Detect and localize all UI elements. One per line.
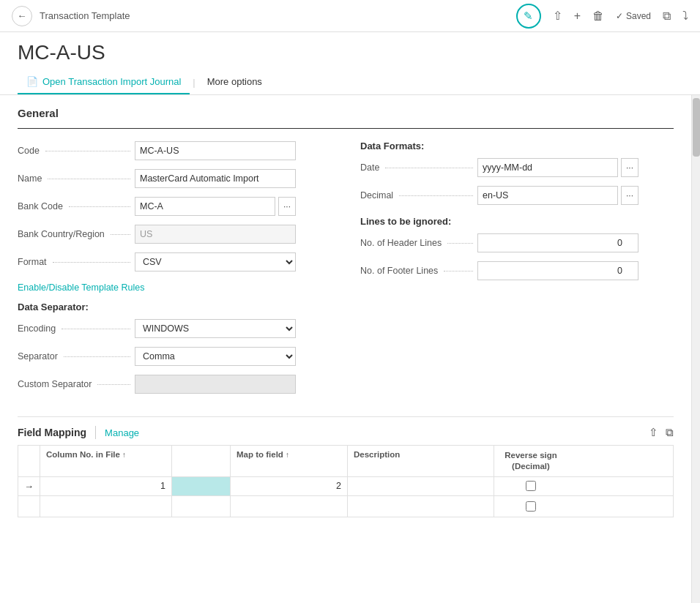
tab-more-options[interactable]: More options [198, 70, 271, 94]
row1-column-no: 1 [40, 477, 172, 495]
format-select[interactable]: CSV Excel Fixed Width [135, 252, 296, 271]
bank-country-row: Bank Country/Region [18, 224, 331, 244]
row1-map-to-field: 2 [231, 477, 348, 495]
separator-row: Separator Comma Semicolon Tab Custom [18, 346, 331, 367]
decimal-control: ··· [477, 186, 638, 205]
delete-button[interactable]: 🗑 [592, 10, 604, 23]
bank-code-row: Bank Code ··· [18, 196, 331, 217]
code-input[interactable] [135, 141, 296, 160]
row1-highlight [172, 477, 231, 495]
form-left: Code Name Bank Code [18, 141, 331, 402]
field-mapping-table: Column No. in File ↑ Map to field ↑ Desc… [18, 445, 674, 517]
tab-journal[interactable]: 📄 Open Transaction Import Journal [18, 70, 190, 94]
form-right: Data Formats: Date ··· Decimal [360, 141, 674, 402]
bank-code-input[interactable] [135, 197, 275, 216]
row1-description [348, 477, 494, 495]
expand-icon: ⧉ [663, 10, 671, 23]
top-bar-title: Transaction Template [40, 10, 516, 21]
row2-reverse-sign-checkbox[interactable] [526, 501, 536, 512]
encoding-control: WINDOWS UTF-8 ASCII [135, 319, 296, 338]
code-label: Code [18, 146, 135, 156]
add-icon: + [574, 10, 581, 23]
footer-lines-input[interactable] [477, 261, 638, 280]
fullscreen-button[interactable]: ⤵ [682, 10, 688, 23]
field-mapping-divider [95, 426, 96, 439]
field-mapping-actions: ⇧ ⧉ [649, 426, 674, 439]
data-separator-title: Data Separator: [18, 302, 331, 312]
expand-table-icon[interactable]: ⧉ [666, 426, 674, 439]
bank-country-input [135, 225, 296, 244]
custom-separator-control [135, 375, 296, 394]
format-control: CSV Excel Fixed Width [135, 252, 296, 271]
table-row: → 1 2 [18, 477, 673, 496]
journal-tab-icon: 📄 [26, 76, 38, 87]
code-control [135, 141, 296, 160]
field-mapping-section: Field Mapping Manage ⇧ ⧉ Column No. in F… [18, 416, 674, 517]
date-control: ··· [477, 158, 638, 177]
custom-separator-input[interactable] [135, 375, 296, 394]
row2-description [348, 496, 494, 517]
row1-reverse-sign [494, 477, 567, 495]
scrollbar-track[interactable] [691, 95, 700, 603]
export-icon[interactable]: ⇧ [649, 426, 658, 439]
saved-status: ✓ Saved [616, 11, 651, 21]
header-lines-input[interactable] [477, 233, 638, 252]
edit-button[interactable]: ✎ [516, 4, 541, 29]
scrollbar-thumb[interactable] [693, 98, 700, 157]
add-button[interactable]: + [574, 10, 581, 23]
separator-control: Comma Semicolon Tab Custom [135, 347, 296, 366]
decimal-row: Decimal ··· [360, 185, 674, 206]
bank-country-label: Bank Country/Region [18, 229, 135, 239]
map-field-sort-icon: ↑ [286, 451, 289, 459]
encoding-row: Encoding WINDOWS UTF-8 ASCII [18, 318, 331, 339]
lines-ignored-title: Lines to be ignored: [360, 216, 674, 227]
enable-disable-container: Enable/Disable Template Rules [18, 280, 331, 293]
row1-reverse-sign-checkbox[interactable] [526, 481, 536, 491]
row1-arrow: → [18, 477, 40, 495]
share-button[interactable]: ⇧ [553, 9, 562, 23]
col-arrow [18, 446, 40, 476]
top-bar-actions: ✎ ⇧ + 🗑 ✓ Saved ⧉ ⤵ [516, 4, 688, 29]
bank-code-control: ··· [135, 197, 296, 216]
bank-code-label: Bank Code [18, 201, 135, 211]
back-button[interactable]: ← [12, 6, 32, 26]
header-lines-row: No. of Header Lines [360, 233, 674, 253]
name-label: Name [18, 173, 135, 184]
header-lines-control [477, 233, 638, 252]
expand-button[interactable]: ⧉ [663, 10, 671, 23]
date-input[interactable] [477, 158, 618, 177]
share-icon: ⇧ [553, 9, 562, 23]
col-map-to-field[interactable]: Map to field ↑ [231, 446, 348, 476]
decimal-label: Decimal [360, 190, 477, 201]
decimal-lookup-button[interactable]: ··· [621, 186, 638, 205]
encoding-select[interactable]: WINDOWS UTF-8 ASCII [135, 319, 296, 338]
code-row: Code [18, 141, 331, 161]
bank-country-control [135, 225, 296, 244]
date-label: Date [360, 162, 477, 173]
date-row: Date ··· [360, 157, 674, 178]
main-content: General Code Name [0, 95, 691, 603]
col-description: Description [348, 446, 494, 476]
enable-disable-link[interactable]: Enable/Disable Template Rules [18, 282, 144, 293]
name-input[interactable] [135, 169, 296, 188]
data-formats-title: Data Formats: [360, 141, 674, 151]
col-column-no[interactable]: Column No. in File ↑ [40, 446, 172, 476]
manage-link[interactable]: Manage [105, 427, 139, 438]
bank-code-lookup-button[interactable]: ··· [278, 197, 296, 216]
decimal-input[interactable] [477, 186, 618, 205]
encoding-label: Encoding [18, 323, 135, 334]
field-mapping-title: Field Mapping [18, 427, 86, 438]
row2-highlight [172, 496, 231, 517]
date-lookup-button[interactable]: ··· [621, 158, 638, 177]
top-bar: ← Transaction Template ✎ ⇧ + 🗑 ✓ Saved ⧉… [0, 0, 700, 32]
general-title: General [18, 107, 674, 119]
custom-separator-label: Custom Separator [18, 379, 135, 389]
content-area: General Code Name [0, 95, 700, 603]
table-header: Column No. in File ↑ Map to field ↑ Desc… [18, 446, 673, 477]
format-row: Format CSV Excel Fixed Width [18, 252, 331, 272]
separator-select[interactable]: Comma Semicolon Tab Custom [135, 347, 296, 366]
form-layout: Code Name Bank Code [18, 141, 674, 402]
fullscreen-icon: ⤵ [682, 10, 688, 23]
footer-lines-control [477, 261, 638, 280]
check-icon: ✓ [616, 11, 623, 21]
